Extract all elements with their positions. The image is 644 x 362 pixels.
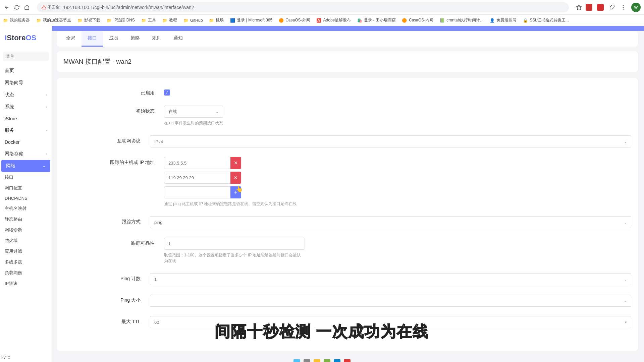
taskbar-icon[interactable] — [304, 359, 310, 362]
sidebar-sub-appfilter[interactable]: 应用过滤 — [0, 246, 52, 257]
track-method-select[interactable]: ping ⌄ — [150, 216, 631, 228]
bookmark-item[interactable]: 🔒SSL证书格式转换工... — [523, 17, 569, 23]
bookmark-item[interactable]: 🛍️登录 - 田小瑞商店 — [357, 17, 396, 23]
extensions-icon[interactable] — [608, 4, 615, 11]
tab-rule[interactable]: 规则 — [146, 31, 167, 47]
protocol-select[interactable]: IPv4 ⌄ — [150, 135, 631, 147]
sidebar-item-system[interactable]: 系统› — [0, 101, 52, 113]
casa-icon: 🟠 — [278, 18, 284, 23]
bookmark-item[interactable]: 📗crontab执行时间计... — [439, 17, 483, 23]
bookmark-item[interactable]: 🟠CasaOS-外网 — [278, 17, 310, 23]
bookmark-label: crontab执行时间计... — [446, 17, 483, 23]
ping-size-select[interactable]: ⌄ — [150, 295, 631, 307]
sidebar-sub-firewall[interactable]: 防火墙 — [0, 235, 52, 246]
bookmark-item[interactable]: 📁IP追踪 DNS — [106, 17, 135, 23]
browser-toolbar: 不安全 192.168.100.1/cgi-bin/luci/admin/net… — [0, 0, 644, 15]
back-icon[interactable] — [3, 4, 10, 11]
shop-icon: 🛍️ — [357, 18, 362, 23]
casa-icon: 🟠 — [402, 18, 407, 23]
home-icon[interactable] — [23, 4, 30, 11]
sidebar-item-home[interactable]: 首页 — [0, 65, 52, 77]
avatar[interactable]: W — [631, 3, 641, 12]
delete-ip-button[interactable]: ✕ — [230, 172, 241, 184]
search-menu[interactable]: 菜单 — [3, 52, 49, 61]
tab-interface[interactable]: 接口 — [82, 31, 103, 47]
url-text: 192.168.100.1/cgi-bin/luci/admin/network… — [63, 5, 564, 10]
sidebar-sub-loadbalance[interactable]: 负载均衡 — [0, 267, 52, 278]
menu-icon[interactable] — [620, 4, 627, 11]
sidebar-item-network[interactable]: 网络⌄ — [1, 160, 50, 172]
svg-point-3 — [623, 8, 624, 9]
taskbar-icon[interactable] — [324, 359, 330, 362]
tab-notify[interactable]: 通知 — [167, 31, 189, 47]
sidebar-item-label: 系统 — [5, 104, 14, 110]
chevron-down-icon: ⌄ — [624, 139, 627, 144]
delete-ip-button[interactable]: ✕ — [230, 157, 241, 169]
bookmark-item[interactable]: 🟦登录 | Microsoft 365 — [230, 17, 272, 23]
enabled-label: 已启用 — [63, 87, 164, 96]
track-reliability-input[interactable] — [164, 238, 305, 250]
sidebar-sub-dhcp[interactable]: DHCP/DNS — [0, 193, 52, 203]
bookmark-item[interactable]: 📁我的加速器节点 — [36, 17, 71, 23]
tab-policy[interactable]: 策略 — [124, 31, 146, 47]
select-value: ping — [154, 220, 163, 225]
bookmark-label: 登录 | Microsoft 365 — [237, 17, 272, 23]
bookmark-item[interactable]: 🟠CasaOS-内网 — [402, 17, 433, 23]
sidebar-item-status[interactable]: 状态› — [0, 89, 52, 101]
track-ip-input-new[interactable] — [164, 186, 230, 198]
chevron-right-icon: › — [46, 105, 47, 109]
taskbar-icon[interactable] — [344, 359, 351, 362]
sidebar-item-label: 状态 — [5, 92, 14, 98]
bookmark-label: CasaOS-内网 — [409, 17, 433, 23]
ms-icon: 🟦 — [230, 18, 235, 23]
sidebar-sub-interface[interactable]: 接口 — [0, 172, 52, 183]
logo[interactable]: iStoreOS — [0, 26, 52, 50]
sidebar-sub-mwan[interactable]: 多线多拨 — [0, 257, 52, 267]
folder-icon: 📁 — [141, 18, 146, 23]
tab-global[interactable]: 全局 — [60, 31, 82, 47]
bookmark-item[interactable]: 📁我的服务器 — [3, 17, 30, 23]
ext-1-icon[interactable] — [586, 4, 592, 11]
folder-icon: 📁 — [209, 18, 214, 23]
sidebar-item-docker[interactable]: Docker — [0, 136, 52, 148]
sidebar-sub-port[interactable]: 网口配置 — [0, 183, 52, 193]
sidebar-sub-routes[interactable]: 静态路由 — [0, 214, 52, 225]
security-label: 不安全 — [48, 4, 60, 10]
bookmark-label: 工具 — [148, 17, 156, 23]
sidebar-sub-iplimit[interactable]: IP限速 — [0, 278, 52, 289]
sidebar-item-services[interactable]: 服务› — [0, 124, 52, 136]
url-bar[interactable]: 不安全 192.168.100.1/cgi-bin/luci/admin/net… — [37, 2, 569, 12]
sidebar-sub-hostnames[interactable]: 主机名映射 — [0, 203, 52, 214]
sidebar-item-label: Docker — [5, 139, 19, 145]
taskbar-icon[interactable] — [314, 359, 320, 362]
star-icon[interactable] — [576, 4, 582, 11]
extension-icons: W — [586, 3, 641, 12]
bookmarks-bar: 📁我的服务器 📁我的加速器节点 📁影视下载 📁IP追踪 DNS 📁工具 📁教程 … — [0, 15, 644, 26]
taskbar-icon[interactable] — [334, 359, 340, 362]
track-ip-input-1[interactable] — [164, 157, 230, 169]
chevron-down-icon: ⌄ — [624, 299, 627, 303]
ext-2-icon[interactable] — [597, 4, 604, 11]
max-ttl-select[interactable]: 60 ▾ — [150, 316, 631, 328]
taskbar-icon[interactable] — [293, 359, 300, 362]
sidebar-item-nas[interactable]: 网络存储› — [0, 148, 52, 160]
protocol-label: 互联网协议 — [63, 135, 150, 144]
ping-count-select[interactable]: 1 ⌄ — [150, 273, 631, 285]
bookmark-item[interactable]: 📁影视下载 — [77, 17, 100, 23]
bookmark-item[interactable]: 📁工具 — [141, 17, 156, 23]
track-ip-input-2[interactable] — [164, 172, 230, 184]
bookmark-item[interactable]: 👤免费服账号 — [489, 17, 517, 23]
sidebar-item-wizard[interactable]: 网络向导 — [0, 77, 52, 89]
sidebar-sub-diagnostics[interactable]: 网络诊断 — [0, 225, 52, 235]
bookmark-item[interactable]: 📁教程 — [162, 17, 177, 23]
sidebar-item-label: iStore — [5, 116, 17, 121]
add-ip-button[interactable]: + — [230, 186, 241, 198]
bookmark-item[interactable]: 📁GitHub — [183, 18, 203, 23]
enabled-checkbox[interactable]: ✓ — [164, 89, 170, 96]
tab-member[interactable]: 成员 — [103, 31, 124, 47]
sidebar-item-istore[interactable]: iStore — [0, 113, 52, 124]
bookmark-item[interactable]: 🅰️Adobe破解发布 — [316, 17, 351, 23]
reload-icon[interactable] — [13, 4, 20, 11]
bookmark-item[interactable]: 📁机场 — [209, 17, 224, 23]
initial-state-select[interactable]: 在线 ⌄ — [164, 106, 223, 118]
